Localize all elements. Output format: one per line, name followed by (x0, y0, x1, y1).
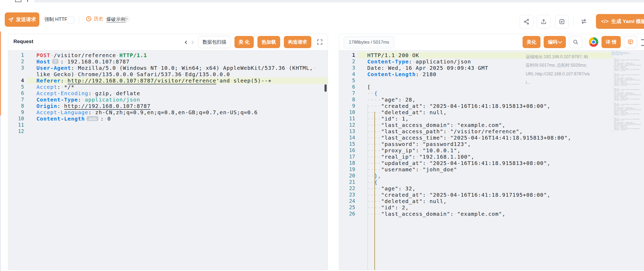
toolbar-divider (79, 16, 79, 24)
force-https-checkbox[interactable] (67, 16, 74, 24)
line-number: 3 (8, 65, 27, 71)
indent-guide (368, 103, 368, 270)
clock-icon (86, 16, 92, 22)
hot-reload-button[interactable]: 热加载 (257, 36, 280, 48)
response-stats-badge: 1788bytes / 5017ms (344, 36, 394, 48)
export-icon (540, 19, 547, 25)
line-number: 11 (8, 122, 27, 128)
line-number: 1 (339, 52, 358, 58)
packet-scan-button[interactable]: 数据包扫描 (198, 36, 231, 48)
history-button[interactable]: 历史 (86, 16, 103, 22)
beautify-response-button[interactable]: 美化 (523, 36, 540, 48)
code-line: 2Host?:·192.168.0.107:8787 (8, 58, 328, 65)
request-editor[interactable]: 1POST·/visitor/reference·HTTP/1.12Host?:… (8, 50, 328, 270)
line-number: 6 (8, 90, 27, 96)
code-text: Origin:·http://192.168.0.107:8787 (27, 103, 328, 109)
fullscreen-icon[interactable] (317, 39, 323, 45)
search-button[interactable] (569, 36, 582, 48)
code-text: ··{ (358, 90, 612, 97)
code-text: ····"created_at":·"2025-04-16T16:41:18.9… (358, 103, 612, 109)
code-line: 5Accept:·*/* (8, 84, 328, 90)
next-button[interactable]: › (191, 36, 194, 48)
code-text: Accept:·*/* (27, 84, 328, 90)
code-line: 10Content-Lengthauto:·0 (8, 116, 328, 122)
code-line: 11····"id":·1, (339, 116, 644, 122)
response-tools-divider (585, 38, 586, 46)
line-number: 7 (8, 97, 27, 102)
help-icon[interactable]: ? (124, 16, 129, 22)
response-editor[interactable]: 1HTTP/1.1·200·OK2Content-Type:·applicati… (339, 50, 644, 270)
line-number: 17 (339, 154, 358, 159)
details-button[interactable]: 详 情 (601, 36, 621, 48)
toolbar: 发送请求 强制 HTTPS 历史 爆破示例 ? (0, 2, 644, 31)
code-text (27, 122, 328, 128)
line-number: 22 (339, 185, 358, 191)
request-panel-header: Request ‹ › 数据包扫描 美 化 热加载 构造请求 (8, 34, 328, 50)
generate-yaml-button[interactable]: </> 生成 Yaml 模板 (596, 14, 644, 29)
encode-dropdown[interactable]: 编码 (544, 36, 566, 48)
share-button[interactable] (520, 15, 533, 29)
share-icon (523, 19, 530, 25)
inline-badge: auto (87, 116, 98, 121)
code-text: ····"deleted_at":·null, (358, 198, 612, 204)
export-button[interactable] (537, 15, 551, 29)
import-icon (559, 19, 565, 25)
line-number: 10 (339, 109, 358, 115)
code-text: Host?:·192.168.0.107:8787 (27, 58, 328, 65)
edge-fragment (641, 39, 644, 40)
construct-request-button[interactable]: 构造请求 (284, 36, 311, 48)
code-line: 4Referer:·http://192.168.0.107:8787/visi… (8, 77, 328, 84)
code-text: ····"created_at":·"2025-04-16T16:41:18.9… (358, 192, 612, 198)
beautify-request-button[interactable]: 美 化 (234, 36, 254, 48)
code-text: ····"last_access_path":·"/visitor/refere… (358, 128, 612, 135)
line-number: 21 (339, 179, 358, 185)
minimap[interactable]: HTTP/1.1 200 OK Content-Type: applicatio… (612, 51, 641, 270)
code-line: 16····"proxy_ip":·"10.0.0.1", (339, 147, 644, 154)
prev-button[interactable]: ‹ (184, 36, 187, 48)
line-number: 12 (339, 122, 358, 128)
line-number: 6 (339, 84, 358, 90)
code-text: ····"last_access_domain":·"example.com", (358, 211, 612, 217)
code-icon: </> (601, 19, 609, 24)
code-line: 24····"deleted_at":·null, (339, 198, 644, 204)
code-line: 12····"last_access_domain":·"example.com… (339, 122, 644, 128)
code-line: 21··{ (339, 179, 644, 185)
chrome-icon[interactable] (589, 37, 598, 47)
code-line: 10····"deleted_at":·null, (339, 109, 644, 116)
window-icon (15, 0, 21, 2)
line-number: 5 (8, 84, 27, 90)
app-window: 发送请求 强制 HTTPS 历史 爆破示例 ? (0, 0, 644, 271)
code-text: Accept-Encoding:·gzip,·deflate (27, 90, 328, 97)
line-number: 15 (339, 141, 358, 147)
line-number: 9 (8, 109, 27, 115)
code-text: ····"proxy_ip":·"10.0.0.1", (358, 147, 612, 154)
line-number: 12 (8, 128, 27, 134)
response-panel: 1788bytes / 5017ms 美化 编码 详 情 (339, 34, 644, 270)
request-scrollbar-thumb[interactable] (325, 84, 327, 92)
import-button[interactable] (555, 15, 569, 29)
comment-button[interactable] (624, 36, 637, 48)
plus-icon (27, 0, 28, 2)
line-number: 25 (339, 204, 358, 210)
edge-fragment (641, 45, 644, 46)
history-label: 历史 (94, 16, 103, 22)
code-text: ··{ (358, 179, 612, 185)
code-text: POST·/visitor/reference·HTTP/1.1 (27, 52, 328, 58)
line-number: 23 (339, 192, 358, 197)
swap-button[interactable] (577, 15, 590, 28)
code-line: 25····"id":·2, (339, 204, 644, 211)
line-number: 18 (339, 160, 358, 166)
line-number: 3 (339, 65, 358, 71)
line-number: 8 (8, 103, 27, 109)
code-line: 9Accept-Language:·zh-CN,zh;q=0.9,en;q=0.… (8, 109, 328, 116)
send-request-button[interactable]: 发送请求 (5, 12, 39, 27)
blast-example-link[interactable]: 爆破示例 (106, 16, 125, 22)
code-line: 3User-Agent:·Mozilla/5.0·(Windows·NT·10.… (8, 65, 328, 77)
left-scrollbar-track[interactable] (0, 2, 1, 271)
code-line: 8····"age":·28, (339, 97, 644, 103)
code-text: ····"id":·1, (358, 116, 612, 122)
line-number: 4 (339, 71, 358, 77)
code-text: ····"username":·"john_doe" (358, 166, 612, 173)
toolbar-divider-2 (574, 17, 574, 26)
response-panel-header: 1788bytes / 5017ms 美化 编码 详 情 (339, 34, 644, 50)
